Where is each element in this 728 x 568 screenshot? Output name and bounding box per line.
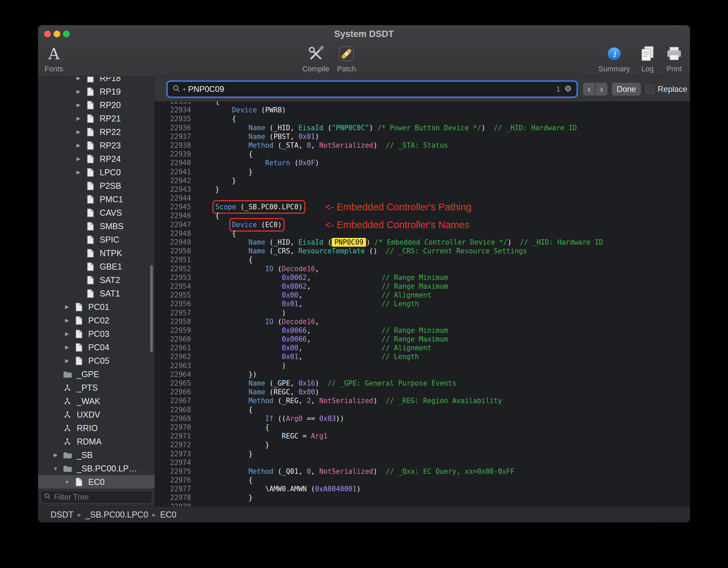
disclosure-right-icon[interactable]: ▶ [63,304,71,310]
search-input[interactable]: ▾ PNP0C09 1 [168,82,576,97]
toolbar-label: Compile [302,65,330,73]
code-token: Arg0 [286,415,302,423]
sidebar-item-rdma[interactable]: RDMA [38,435,155,448]
sidebar-item-pc05[interactable]: ▶PC05 [38,354,155,367]
sidebar-item-rp19[interactable]: ▶RP19 [38,85,155,98]
find-bar: ▾ PNP0C09 1 ‹ › Done Replace [155,77,690,102]
sidebar-item-pc04[interactable]: ▶PC04 [38,341,155,354]
disclosure-right-icon[interactable]: ▶ [52,452,59,458]
code-token: ) [199,309,286,317]
sidebar-item-ec0[interactable]: ▼EC0 [38,475,155,489]
disclosure-right-icon[interactable]: ▶ [75,77,82,81]
code-line: 22978 } [155,493,690,502]
code-text: { [191,150,253,158]
disclosure-right-icon[interactable]: ▶ [75,88,82,95]
patch-icon [338,44,355,64]
breadcrumb-item[interactable]: _SB.PC00.LPC0 [86,510,148,520]
sidebar-item-pc01[interactable]: ▶PC01 [38,300,155,314]
code-token: Arg1 [311,432,327,440]
filter-tree-input[interactable]: Filter Tree [40,491,152,503]
chevron-down-icon[interactable]: ▾ [183,87,186,92]
sidebar-item-rp22[interactable]: ▶RP22 [38,125,155,139]
sidebar-item-pc02[interactable]: ▶PC02 [38,314,155,327]
sidebar-item-label: _SB.PC00.LP… [77,464,137,473]
code-token: 0x01 [282,300,298,308]
code-token: (( [273,415,286,423]
line-number: 22946 [155,211,191,220]
clear-search-icon[interactable] [564,85,572,94]
toolbar-summary-button[interactable]: i Summary [599,44,629,76]
done-button[interactable]: Done [612,83,641,96]
sidebar-item-cavs[interactable]: CAVS [38,206,155,219]
sidebar-item-gpe[interactable]: _GPE [38,367,155,381]
sidebar-item-sb-pc00-lp[interactable]: ▼_SB.PC00.LP… [38,462,155,475]
sidebar-item-wak[interactable]: _WAK [38,394,155,408]
sidebar-item-spic[interactable]: SPIC [38,233,155,246]
disclosure-right-icon[interactable]: ▶ [63,358,71,364]
sidebar-item-rp21[interactable]: ▶RP21 [38,112,155,125]
line-number: 22939 [155,150,191,158]
disclosure-right-icon[interactable]: ▶ [75,169,82,175]
line-number: 22948 [155,229,191,238]
disclosure-down-icon[interactable]: ▼ [52,466,59,471]
code-text: 0x00, // Alignment [191,291,431,299]
sidebar-scrollbar[interactable] [150,265,153,352]
sidebar-item-rp20[interactable]: ▶RP20 [38,98,155,112]
sidebar-item-ntpk[interactable]: NTPK [38,246,155,260]
sidebar-item-label: SAT1 [100,289,120,298]
code-line: 22941 } [155,168,690,176]
sidebar-item-uxdv[interactable]: UXDV [38,408,155,421]
disclosure-right-icon[interactable]: ▶ [75,142,82,148]
replace-label: Replace [658,84,687,94]
sidebar-item-rp23[interactable]: ▶RP23 [38,139,155,152]
breadcrumb-item[interactable]: DSDT [51,510,73,520]
sidebar-item-pts[interactable]: _PTS [38,381,155,394]
disclosure-right-icon[interactable]: ▶ [63,317,71,323]
disclosure-right-icon[interactable]: ▶ [75,156,82,162]
code-token: , [315,265,319,273]
code-lines: 22933 {22934 Device (PWRB)22935 {22936 N… [155,102,690,506]
sidebar-item-label: CAVS [100,208,122,218]
code-token: \AMW0.AMWN ( [199,485,315,493]
sidebar-item-pmc1[interactable]: PMC1 [38,192,155,206]
title-bar[interactable]: System DSDT A Fonts Compile [38,25,690,77]
disclosure-right-icon[interactable]: ▶ [63,331,71,337]
disclosure-right-icon[interactable]: ▶ [63,344,71,350]
code-token: "PNP0C0C" [332,124,369,132]
disclosure-right-icon[interactable]: ▶ [75,115,82,121]
code-text: Method (_REG, 2, NotSerialized) // _REG:… [191,396,502,405]
sidebar-item-rrio[interactable]: RRIO [38,421,155,435]
code-token: { [199,476,253,484]
previous-match-button[interactable]: ‹ [583,83,595,96]
sidebar-item-lpc0[interactable]: ▶LPC0 [38,166,155,179]
disclosure-right-icon[interactable]: ▶ [75,102,82,108]
sidebar-item-p2sb[interactable]: P2SB [38,179,155,192]
sidebar-item-gbe1[interactable]: GBE1 [38,260,155,273]
sidebar-item-sb[interactable]: ▶_SB [38,448,155,462]
sidebar-item-rp18[interactable]: ▶RP18 [38,77,155,85]
toolbar-print-button[interactable]: Print [659,44,689,76]
code-line: 22935 { [155,114,690,123]
sidebar-item-sat1[interactable]: SAT1 [38,287,155,300]
code-token: Name [249,238,265,246]
code-token: 0x00 [282,344,298,352]
toolbar-log-button[interactable]: Log [632,44,663,76]
toolbar-compile-button[interactable]: Compile [301,44,331,76]
replace-checkbox[interactable] [646,85,654,94]
code-token: { [199,256,253,264]
toolbar-patch-button[interactable]: Patch [331,44,362,76]
toolbar-fonts-button[interactable]: A Fonts [39,44,69,76]
code-token: // Length [382,300,419,308]
next-match-button[interactable]: › [596,83,607,96]
sidebar-item-pc03[interactable]: ▶PC03 [38,327,155,341]
disclosure-right-icon[interactable]: ▶ [75,129,82,135]
sidebar-item-rp24[interactable]: ▶RP24 [38,152,155,166]
window-title: System DSDT [38,25,690,43]
code-line: 22976 { [155,476,690,485]
line-number: 22957 [155,309,191,317]
sidebar-item-sat2[interactable]: SAT2 [38,273,155,287]
disclosure-down-icon[interactable]: ▼ [63,479,71,485]
sidebar-item-smbs[interactable]: SMBS [38,219,155,233]
breadcrumb-item[interactable]: EC0 [160,510,176,520]
code-editor[interactable]: 22933 {22934 Device (PWRB)22935 {22936 N… [155,102,690,506]
